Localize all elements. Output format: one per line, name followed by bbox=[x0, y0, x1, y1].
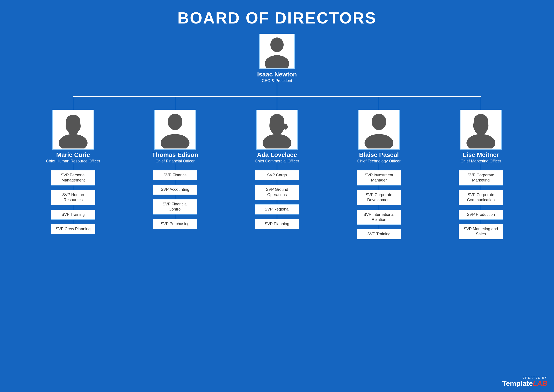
svp-stack-1: SVP Finance SVP Accounting SVP Financial… bbox=[153, 170, 197, 229]
svp-conn-4-1 bbox=[481, 205, 481, 210]
watermark-created-by: CREATED BY bbox=[523, 376, 547, 379]
svp-box-1-0: SVP Finance bbox=[153, 170, 197, 180]
title-3: Chief Technology Officer bbox=[357, 159, 400, 164]
svg-point-15 bbox=[372, 114, 386, 130]
level2-row: Marie Curie Chief Human Resource Officer… bbox=[0, 110, 554, 239]
svp-conn-2-2 bbox=[277, 215, 277, 219]
avatar-1 bbox=[154, 110, 196, 150]
person-card-0: Marie Curie Chief Human Resource Officer bbox=[46, 110, 100, 164]
svg-point-18 bbox=[466, 134, 495, 148]
svp-conn-3-0 bbox=[379, 185, 379, 190]
avatar-0 bbox=[52, 110, 94, 150]
svp-box-3-2: SVP International Relation bbox=[357, 210, 401, 225]
level2-col-4: Lise Meitner Chief Marketing Officer SVP… bbox=[434, 110, 527, 239]
svp-top-line-3 bbox=[379, 164, 379, 170]
svp-box-0-0: SVP Personal Management bbox=[51, 170, 95, 185]
svp-conn-1-0 bbox=[175, 180, 175, 185]
svg-point-14 bbox=[263, 134, 291, 148]
svp-conn-0-0 bbox=[73, 185, 73, 190]
svp-box-4-3: SVP Marketing and Sales bbox=[459, 224, 503, 239]
svp-box-0-1: SVP Human Resources bbox=[51, 190, 95, 205]
svp-box-3-3: SVP Training bbox=[357, 229, 401, 239]
svp-box-1-2: SVP Financial Control bbox=[153, 199, 197, 215]
person-card-3: Blaise Pascal Chief Technology Officer bbox=[357, 110, 400, 164]
svp-top-line-4 bbox=[481, 164, 481, 170]
watermark-lab: LAB bbox=[533, 379, 547, 387]
tree-connector bbox=[0, 83, 554, 110]
svg-point-12 bbox=[161, 134, 189, 148]
name-1: Thomas Edison bbox=[152, 151, 198, 158]
title-0: Chief Human Resource Officer bbox=[46, 159, 100, 164]
svp-box-2-1: SVP Ground Operations bbox=[255, 185, 299, 200]
ceo-name: Isaac Newton bbox=[257, 71, 297, 78]
ceo-card: Isaac Newton CEO & President bbox=[257, 34, 297, 83]
tree-lines-svg bbox=[0, 83, 554, 110]
svp-conn-1-1 bbox=[175, 195, 175, 199]
svg-point-11 bbox=[168, 114, 182, 130]
level2-col-3: Blaise Pascal Chief Technology Officer S… bbox=[332, 110, 426, 239]
person-card-2: Ada Lovelace Chief Commercial Officer bbox=[255, 110, 299, 164]
svp-conn-2-1 bbox=[277, 200, 277, 204]
watermark-template: Template bbox=[502, 379, 533, 387]
svp-box-2-0: SVP Cargo bbox=[255, 170, 299, 180]
level2-col-1: Thomas Edison Chief Financial Officer SV… bbox=[128, 110, 222, 229]
title-2: Chief Commercial Officer bbox=[255, 159, 299, 164]
svp-box-2-3: SVP Planning bbox=[255, 219, 299, 229]
person-card-1: Thomas Edison Chief Financial Officer bbox=[152, 110, 198, 164]
name-3: Blaise Pascal bbox=[359, 151, 399, 158]
title-1: Chief Financial Officer bbox=[155, 159, 195, 164]
org-chart: Isaac Newton CEO & President bbox=[0, 34, 554, 239]
svp-box-3-0: SVP Investment Manager bbox=[357, 170, 401, 185]
svp-box-4-1: SVP Corporate Communication bbox=[459, 190, 503, 205]
svp-box-3-1: SVP Corporate Development bbox=[357, 190, 401, 205]
svp-stack-0: SVP Personal Management SVP Human Resour… bbox=[51, 170, 95, 234]
name-4: Lise Meitner bbox=[463, 151, 499, 158]
avatar-4 bbox=[460, 110, 502, 150]
svp-top-line-1 bbox=[175, 164, 175, 170]
person-card-4: Lise Meitner Chief Marketing Officer bbox=[460, 110, 502, 164]
name-0: Marie Curie bbox=[56, 151, 90, 158]
svp-box-2-2: SVP Regional bbox=[255, 204, 299, 214]
avatar-2 bbox=[256, 110, 298, 150]
svp-box-1-3: SVP Purchasing bbox=[153, 219, 197, 229]
level2-col-0: Marie Curie Chief Human Resource Officer… bbox=[27, 110, 120, 234]
svp-top-line-2 bbox=[277, 164, 277, 170]
level2-col-2: Ada Lovelace Chief Commercial Officer SV… bbox=[231, 110, 323, 229]
svg-point-1 bbox=[265, 55, 289, 68]
svp-top-line-0 bbox=[73, 164, 73, 170]
svg-point-16 bbox=[365, 134, 393, 148]
svp-box-0-3: SVP Crew Planning bbox=[51, 224, 95, 234]
svp-conn-1-2 bbox=[175, 215, 175, 219]
svp-box-0-2: SVP Training bbox=[51, 210, 95, 220]
ceo-section: Isaac Newton CEO & President bbox=[257, 34, 297, 83]
page-container: BOARD OF DIRECTORS Isaac Newton CEO & Pr… bbox=[0, 0, 554, 392]
svp-conn-3-1 bbox=[379, 205, 379, 210]
ceo-title: CEO & President bbox=[262, 78, 292, 83]
svp-conn-0-2 bbox=[73, 220, 73, 224]
svg-point-10 bbox=[59, 134, 88, 148]
svp-stack-2: SVP Cargo SVP Ground Operations SVP Regi… bbox=[255, 170, 299, 229]
svp-conn-4-0 bbox=[481, 185, 481, 190]
svp-box-1-1: SVP Accounting bbox=[153, 185, 197, 195]
svg-point-0 bbox=[270, 37, 284, 52]
svp-conn-2-0 bbox=[277, 180, 277, 185]
avatar-3 bbox=[358, 110, 400, 150]
watermark-logo: TemplateLAB bbox=[502, 379, 547, 388]
title-4: Chief Marketing Officer bbox=[461, 159, 501, 164]
svp-box-4-0: SVP Corporate Marketing bbox=[459, 170, 503, 185]
svp-box-4-2: SVP Production bbox=[459, 210, 503, 220]
ceo-avatar bbox=[259, 34, 295, 69]
svp-conn-4-2 bbox=[481, 220, 481, 224]
svp-conn-3-2 bbox=[379, 225, 379, 229]
svp-stack-3: SVP Investment Manager SVP Corporate Dev… bbox=[357, 170, 401, 239]
svp-stack-4: SVP Corporate Marketing SVP Corporate Co… bbox=[459, 170, 503, 239]
page-title: BOARD OF DIRECTORS bbox=[0, 0, 554, 34]
watermark: CREATED BY TemplateLAB bbox=[502, 376, 547, 388]
name-2: Ada Lovelace bbox=[257, 151, 297, 158]
svp-conn-0-1 bbox=[73, 205, 73, 210]
